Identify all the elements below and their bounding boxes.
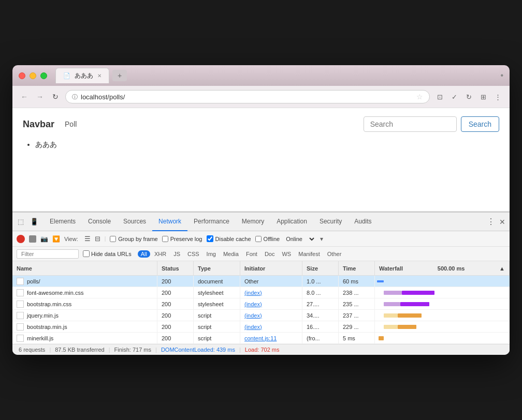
col-size[interactable]: Size [302,261,339,275]
new-tab-button[interactable]: + [112,70,127,81]
minimize-button[interactable] [30,72,36,79]
filter-js-button[interactable]: JS [170,250,183,258]
throttle-select[interactable]: Online Slow 3G Fast 3G Offline [284,235,316,243]
cell-size: 27.... [302,298,339,309]
hide-data-urls-label[interactable]: Hide data URLs [83,250,132,257]
cell-name: minerkill.js [12,333,157,343]
disable-cache-checkbox[interactable] [207,235,213,242]
preserve-log-checkbox[interactable] [162,236,168,242]
cell-waterfall [375,321,510,332]
browser-tab[interactable]: 📄 あああ ✕ [55,68,109,83]
col-initiator[interactable]: Initiator [240,261,302,275]
view-detail-button[interactable]: ⊟ [95,235,100,243]
filter-media-button[interactable]: Media [220,250,242,258]
sep-1: | [49,347,51,353]
table-row[interactable]: jquery.min.js 200 script (index) 34.... … [12,310,510,321]
window-more-icon[interactable]: • [500,71,503,80]
camera-button[interactable]: 📷 [40,235,48,243]
tab-audits[interactable]: Audits [348,213,378,231]
close-button[interactable] [19,72,25,79]
tab-sources[interactable]: Sources [117,213,152,231]
waterfall-sort-icon[interactable]: ▲ [499,265,505,272]
tab-console[interactable]: Console [82,213,117,231]
cell-waterfall [375,276,510,287]
filter-manifest-button[interactable]: Manifest [295,250,323,258]
page-navbar: Navbar Poll Search [23,116,499,132]
title-bar: 📄 あああ ✕ + • [12,65,510,86]
cell-size: (fro... [302,333,339,343]
filter-css-button[interactable]: CSS [184,250,202,258]
tab-elements[interactable]: Elements [44,213,82,231]
search-button[interactable]: Search [461,116,499,132]
extension-icon-3[interactable]: ↻ [463,91,474,102]
device-tool-icon[interactable]: 📱 [29,217,39,227]
offline-checkbox[interactable] [255,236,262,242]
view-list-button[interactable]: ☰ [84,235,91,243]
status-bar: 6 requests | 87.5 KB transferred | Finis… [12,344,510,355]
offline-label[interactable]: Offline [255,236,280,242]
devtools-left-icons: ⬚ 📱 [17,217,39,227]
filter-other-button[interactable]: Other [324,250,345,258]
back-button[interactable]: ← [19,91,30,102]
file-icon [17,289,24,296]
address-bar[interactable]: ⓘ localhost/polls/ ☆ [65,90,430,103]
cell-size: 34.... [302,310,339,321]
maximize-button[interactable] [40,72,47,79]
disable-cache-label[interactable]: Disable cache [207,235,251,242]
table-row[interactable]: minerkill.js 200 script content.js:11 (f… [12,333,510,344]
stop-button[interactable] [29,235,36,243]
preserve-log-label[interactable]: Preserve log [162,236,202,242]
filter-img-button[interactable]: Img [204,250,219,258]
tab-network[interactable]: Network [152,213,187,231]
tab-memory[interactable]: Memory [236,213,270,231]
col-type[interactable]: Type [194,261,240,275]
forward-button[interactable]: → [34,91,46,102]
filter-input[interactable] [17,249,79,259]
tab-close-icon[interactable]: ✕ [97,73,102,79]
record-button[interactable] [17,235,25,243]
transferred-size: 87.5 KB transferred [55,347,104,353]
filter-doc-button[interactable]: Doc [262,250,278,258]
group-by-frame-label[interactable]: Group by frame [110,236,157,242]
cell-name: bootstrap.min.css [12,298,157,309]
throttle-arrow-icon: ▾ [320,235,323,243]
browser-more-icon[interactable]: ⋮ [492,91,503,102]
tab-application[interactable]: Application [270,213,313,231]
tab-security[interactable]: Security [313,213,348,231]
col-status[interactable]: Status [157,261,194,275]
col-waterfall[interactable]: Waterfall 500.00 ms ▲ [375,261,510,275]
reload-button[interactable]: ↻ [50,91,61,102]
waterfall-label: Waterfall [379,265,403,272]
devtools-close-icon[interactable]: ✕ [499,218,505,226]
col-time[interactable]: Time [339,261,375,275]
group-by-frame-checkbox[interactable] [110,236,116,242]
hide-data-urls-checkbox[interactable] [83,250,90,257]
wf-bar-receiving [398,313,421,318]
extension-icon-1[interactable]: ⊡ [434,91,445,102]
tab-performance[interactable]: Performance [187,213,236,231]
filter-button[interactable]: 🔽 [52,235,60,243]
table-row[interactable]: font-awesome.min.css 200 stylesheet (ind… [12,287,510,298]
devtools-more-icon[interactable]: ⋮ [487,217,495,227]
extension-icon-4[interactable]: ⊞ [477,91,489,102]
network-toolbar: 📷 🔽 View: ☰ ⊟ | Group by frame Preserve … [12,231,510,247]
filter-font-button[interactable]: Font [243,250,260,258]
file-icon [17,312,24,319]
cell-time: 60 ms [339,276,375,287]
filter-ws-button[interactable]: WS [279,250,294,258]
col-name[interactable]: Name [12,261,157,275]
table-row[interactable]: bootstrap.min.js 200 script (index) 16..… [12,321,510,333]
table-row[interactable]: bootstrap.min.css 200 stylesheet (index)… [12,298,510,310]
extension-icon-2[interactable]: ✓ [448,91,460,102]
navbar-poll-link[interactable]: Poll [65,120,77,128]
cursor-tool-icon[interactable]: ⬚ [17,217,25,227]
filter-xhr-button[interactable]: XHR [151,250,169,258]
filter-all-button[interactable]: All [138,250,150,258]
star-icon[interactable]: ☆ [416,93,423,101]
table-row[interactable]: polls/ 200 document Other 1.0 ... 60 ms [12,276,510,287]
cell-initiator: (index) [240,321,302,332]
file-icon [17,301,24,308]
wf-bar-waiting [384,302,401,306]
wf-bar [377,280,384,282]
search-input[interactable] [364,116,457,132]
